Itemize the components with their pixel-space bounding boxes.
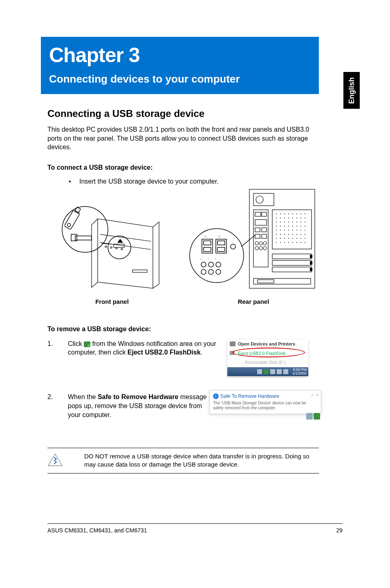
svg-point-70 xyxy=(305,226,305,227)
svg-rect-112 xyxy=(217,241,225,245)
svg-point-120 xyxy=(216,269,221,274)
svg-point-29 xyxy=(263,242,267,245)
svg-point-31 xyxy=(259,247,262,250)
svg-point-102 xyxy=(305,242,305,243)
removable-disk-label: Removable Disk (F:) xyxy=(245,360,286,365)
chapter-header: Chapter 3 Connecting devices to your com… xyxy=(41,37,319,94)
step-2-number: 2. xyxy=(47,393,60,402)
svg-point-7 xyxy=(62,206,108,252)
svg-point-82 xyxy=(288,234,289,235)
svg-point-59 xyxy=(292,222,293,222)
step-2-text: When the Safe to Remove Hardware message… xyxy=(68,393,207,419)
svg-rect-21 xyxy=(262,212,267,216)
svg-point-98 xyxy=(288,242,289,243)
section-heading: Connecting a USB storage device xyxy=(47,108,319,119)
svg-point-3 xyxy=(105,246,107,247)
chapter-title: Chapter 3 xyxy=(49,43,311,67)
figure-front-panel: Front panel xyxy=(47,194,177,305)
svg-point-12 xyxy=(67,223,71,227)
svg-point-58 xyxy=(288,222,289,222)
front-panel-caption: Front panel xyxy=(95,298,129,305)
rear-panel-caption: Rear panel xyxy=(238,298,269,305)
svg-point-69 xyxy=(300,226,301,227)
svg-rect-13 xyxy=(75,236,92,240)
svg-point-67 xyxy=(292,226,293,227)
svg-point-42 xyxy=(288,213,289,214)
svg-point-97 xyxy=(284,242,285,243)
svg-point-89 xyxy=(284,238,285,239)
svg-point-90 xyxy=(288,238,289,239)
svg-point-61 xyxy=(300,222,301,222)
svg-rect-35 xyxy=(272,260,312,265)
svg-point-101 xyxy=(300,242,301,243)
warning-icon xyxy=(47,453,63,467)
svg-point-93 xyxy=(300,238,301,239)
svg-point-116 xyxy=(208,262,213,267)
svg-point-88 xyxy=(280,238,281,239)
svg-point-76 xyxy=(296,230,297,231)
svg-point-60 xyxy=(296,222,297,222)
svg-point-85 xyxy=(300,234,301,235)
step-1-text: Click from the Windows notification area… xyxy=(68,339,219,357)
svg-point-78 xyxy=(305,230,305,231)
svg-point-65 xyxy=(284,226,285,227)
svg-point-40 xyxy=(280,213,281,214)
svg-point-28 xyxy=(259,242,262,245)
svg-point-106 xyxy=(190,229,244,283)
svg-text:⎍: ⎍ xyxy=(204,235,206,238)
svg-point-55 xyxy=(276,222,277,222)
svg-point-74 xyxy=(288,230,289,231)
svg-point-6 xyxy=(121,248,123,250)
svg-point-63 xyxy=(276,226,277,227)
safe-remove-message: The 'USB Mass Storage Device' device can… xyxy=(213,401,318,411)
svg-rect-103 xyxy=(310,255,312,258)
svg-point-68 xyxy=(296,226,297,227)
usb-tray-icon xyxy=(84,341,90,347)
svg-point-48 xyxy=(280,218,281,218)
svg-rect-33 xyxy=(272,210,312,249)
bullet-text: Insert the USB storage device to your co… xyxy=(79,178,219,185)
svg-line-107 xyxy=(241,235,255,247)
svg-point-75 xyxy=(292,230,293,231)
svg-rect-34 xyxy=(272,254,312,259)
svg-point-53 xyxy=(300,218,301,218)
svg-point-30 xyxy=(255,247,258,250)
svg-rect-20 xyxy=(255,212,261,216)
svg-rect-23 xyxy=(255,228,260,232)
svg-rect-2 xyxy=(132,270,147,272)
svg-point-118 xyxy=(201,269,206,274)
eject-popup-figure: Open Devices and Printers Eject USB2.0 F… xyxy=(227,339,308,377)
chapter-subtitle: Connecting devices to your computer xyxy=(49,73,311,85)
svg-point-51 xyxy=(292,218,293,218)
svg-point-94 xyxy=(305,238,305,239)
svg-point-115 xyxy=(201,262,206,267)
safe-remove-popup-figure: ⤢ ✕ iSafe To Remove Hardware The 'USB Ma… xyxy=(209,390,321,414)
svg-text:⎍: ⎍ xyxy=(218,235,220,238)
svg-rect-36 xyxy=(272,267,312,272)
warning-note: DO NOT remove a USB storage device when … xyxy=(47,448,319,474)
svg-line-9 xyxy=(102,243,111,244)
svg-point-72 xyxy=(280,230,281,231)
svg-point-32 xyxy=(263,247,267,250)
svg-point-87 xyxy=(276,238,277,239)
info-icon: i xyxy=(213,393,219,399)
svg-point-39 xyxy=(276,213,277,214)
svg-point-117 xyxy=(216,262,221,267)
svg-point-114 xyxy=(231,244,235,249)
svg-rect-22 xyxy=(255,220,267,225)
svg-point-119 xyxy=(208,269,213,274)
svg-point-44 xyxy=(296,213,297,214)
figure-rear-panel: ⎍ ⎍ ↓↓↓ Rear panel xyxy=(188,194,319,305)
svg-point-84 xyxy=(296,234,297,235)
svg-point-83 xyxy=(292,234,293,235)
svg-point-46 xyxy=(305,213,305,214)
svg-rect-38 xyxy=(258,280,274,283)
svg-rect-105 xyxy=(310,268,312,271)
svg-point-71 xyxy=(276,230,277,231)
rear-panel-illustration: ⎍ ⎍ ↓↓↓ xyxy=(188,186,319,292)
svg-point-45 xyxy=(300,213,301,214)
svg-point-43 xyxy=(292,213,293,214)
svg-point-81 xyxy=(284,234,285,235)
safe-remove-title: Safe To Remove Hardware xyxy=(220,393,279,399)
language-tab: English xyxy=(343,72,360,109)
